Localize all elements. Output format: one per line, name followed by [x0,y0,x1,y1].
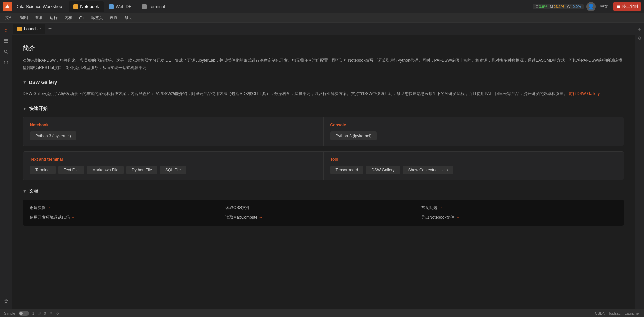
menu-git[interactable]: Git [76,15,87,21]
launcher-tab-label: Launcher [24,27,41,31]
status-mode: Simple [4,311,15,315]
quickstart-header[interactable]: ▼ 快速开始 [23,106,624,112]
tensorboard-btn[interactable]: Tensorboard [330,166,364,174]
svg-line-6 [7,52,8,54]
svg-marker-0 [5,4,10,8]
file-tab-bar: Launcher + [12,23,635,35]
gallery-title: DSW Gallery [29,80,57,85]
launcher-tab-icon [17,27,22,31]
svg-rect-3 [4,42,6,43]
status-bar: Simple 1 ⊞ 0 ⚙ ◇ CSDN · TopEsc... Launch… [0,309,644,317]
terminal-tab-label: Terminal [149,4,165,9]
svg-point-5 [4,50,7,53]
sql-file-btn[interactable]: SQL File [160,166,186,174]
sidebar-icon-home[interactable]: ○ [1,25,11,35]
mem-value: 23.1% [554,5,564,9]
sidebar-icon-search[interactable] [1,47,11,56]
doc-link-faq[interactable]: 常见问题 → [421,205,617,211]
doc-debug-label: 使用开发环境调试代码 [30,215,70,220]
stop-instance-button[interactable]: ⏹ 停止实例 [613,2,641,11]
notebook-tab-label: Notebook [80,4,99,9]
menu-tabs[interactable]: 标签页 [88,14,106,21]
doc-link-oss[interactable]: 读取OSS文件 → [225,205,421,211]
gallery-section: ▼ DSW Gallery DSW Gallery提供了AI研发场景下的丰富的案… [23,80,624,98]
doc-link-maxcompute[interactable]: 读取MaxCompute → [225,215,421,220]
doc-link-export[interactable]: 导出Notebook文件 → [421,215,617,220]
docs-section: ▼ 文档 创建实例 → 读取OSS文件 → 常见问题 → [23,188,624,226]
top-right-controls: C 3.9% M 23.1% G1 0.0% 👤 中文 ⏹ 停止实例 [533,2,641,11]
menu-edit[interactable]: 编辑 [17,14,31,21]
svg-rect-4 [6,42,8,43]
doc-export-arrow: → [456,215,460,220]
app-logo [3,2,12,11]
tool-pane-label: Tool [330,157,617,162]
markdown-file-btn[interactable]: Markdown File [87,166,124,174]
docs-arrow: ▼ [23,189,27,194]
main-layout: ○ [0,23,644,309]
sidebar-icon-extensions[interactable] [1,297,11,306]
app-title: Data Science Workshop [15,4,62,9]
console-buttons: Python 3 (ipykernel) [330,131,617,140]
python3-ipykernel-console-btn[interactable]: Python 3 (ipykernel) [330,131,377,140]
gallery-link[interactable]: 前往DSW Gallery [569,91,600,96]
doc-debug-arrow: → [71,215,75,220]
menu-settings[interactable]: 设置 [107,14,120,21]
doc-oss-arrow: → [251,205,255,210]
doc-maxcompute-arrow: → [259,215,263,220]
svg-rect-1 [4,39,6,41]
python-file-btn[interactable]: Python File [126,166,157,174]
sidebar-icon-code[interactable] [1,58,11,67]
menu-help[interactable]: 帮助 [122,14,135,21]
doc-link-create[interactable]: 创建实例 → [30,205,225,211]
gpu-label: G1 [567,5,572,9]
status-diamond-icon: ◇ [56,311,59,315]
dsw-gallery-btn[interactable]: DSW Gallery [366,166,400,174]
tab-notebook[interactable]: Notebook [69,1,104,12]
terminal-btn[interactable]: Terminal [30,166,56,174]
menu-view[interactable]: 查看 [32,14,46,21]
menu-file[interactable]: 文件 [3,14,16,21]
menu-run[interactable]: 运行 [47,14,60,21]
status-left: Simple 1 ⊞ 0 ⚙ ◇ [4,311,59,316]
tab-terminal[interactable]: Terminal [137,1,170,12]
python3-ipykernel-notebook-btn[interactable]: Python 3 (ipykernel) [30,131,76,140]
quickstart-title: 快速开始 [29,106,48,112]
terminal-tab-icon [142,4,147,9]
doc-faq-arrow: → [439,205,443,210]
notebook-buttons: Python 3 (ipykernel) [30,131,317,140]
notebook-console-row: Notebook Python 3 (ipykernel) Console Py… [23,117,624,146]
language-button[interactable]: 中文 [598,3,610,10]
notebook-pane-label: Notebook [30,123,317,127]
docs-title: 文档 [29,188,38,194]
cpu-label: C [536,5,538,9]
menu-kernel[interactable]: 内核 [62,14,75,21]
svg-rect-2 [6,39,8,41]
right-icon-properties[interactable]: ✦ [636,25,643,33]
docs-grid: 创建实例 → 读取OSS文件 → 常见问题 → 使用开发环境调试代码 → [23,200,624,226]
simple-toggle[interactable] [19,311,29,316]
show-contextual-help-btn[interactable]: Show Contextual Help [403,166,453,174]
doc-link-debug[interactable]: 使用开发环境调试代码 → [30,215,225,220]
intro-text: 欢迎来到PAI-DSW，您将迎来一段美妙的代码体验。这是一款云端机器学习开发ID… [23,57,624,71]
gallery-text: DSW Gallery提供了AI研发场景下的丰富的案例和解决方案，内容涵盖如：P… [23,90,624,98]
svg-point-8 [4,300,8,304]
docs-header[interactable]: ▼ 文档 [23,188,624,194]
tab-webide[interactable]: WebIDE [104,1,137,12]
webide-tab-label: WebIDE [116,4,132,9]
sidebar-icon-files[interactable] [1,36,11,46]
gallery-arrow: ▼ [23,80,27,85]
text-terminal-pane-label: Text and terminal [30,157,317,162]
text-file-btn[interactable]: Text File [58,166,84,174]
cpu-value: 3.9% [539,5,547,9]
launcher-tab[interactable]: Launcher [13,24,45,34]
console-pane: Console Python 3 (ipykernel) [323,117,624,146]
status-settings-icon[interactable]: ⚙ [49,311,53,315]
gallery-header[interactable]: ▼ DSW Gallery [23,80,624,85]
page-content: 简介 欢迎来到PAI-DSW，您将迎来一段美妙的代码体验。这是一款云端机器学习开… [12,35,635,309]
notebook-tab-icon [73,4,78,9]
notebook-pane: Notebook Python 3 (ipykernel) [23,117,323,146]
right-icon-settings[interactable]: ⚙ [636,34,643,42]
add-tab-button[interactable]: + [46,24,54,33]
mem-label: M [550,5,553,9]
avatar-button[interactable]: 👤 [586,2,596,11]
